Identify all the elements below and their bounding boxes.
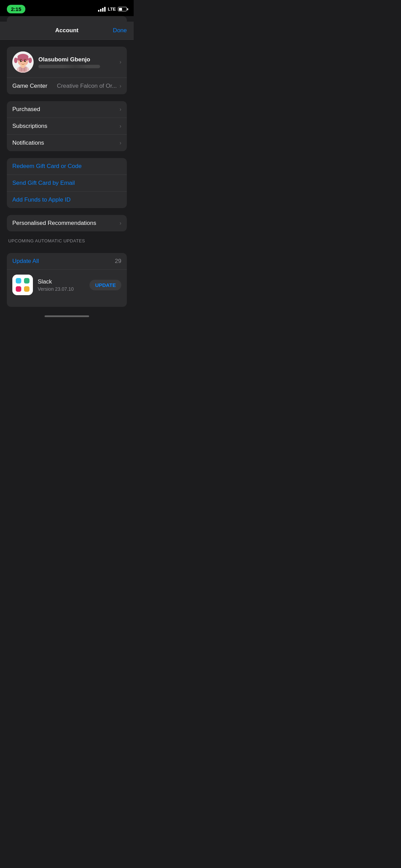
personalised-section: Personalised Recommendations › [7, 215, 127, 231]
svg-point-13 [21, 60, 22, 61]
svg-point-9 [14, 58, 17, 63]
status-right: LTE [98, 7, 127, 12]
redeem-gift-card-link[interactable]: Redeem Gift Card or Code [7, 158, 127, 175]
svg-point-15 [23, 62, 24, 63]
updates-section-header: UPCOMING AUTOMATIC UPDATES [7, 231, 127, 246]
svg-point-8 [17, 57, 29, 61]
svg-point-16 [18, 61, 21, 64]
slack-app-icon [12, 275, 33, 295]
network-type: LTE [108, 7, 116, 12]
gift-card-section: Redeem Gift Card or Code Send Gift Card … [7, 158, 127, 208]
svg-point-17 [25, 61, 28, 64]
personalised-chevron-icon: › [120, 220, 121, 226]
update-button[interactable]: UPDATE [89, 280, 121, 290]
game-center-label: Game Center [12, 83, 47, 89]
app-name: Slack [38, 278, 85, 285]
menu-section: Purchased › Subscriptions › Notification… [7, 101, 127, 151]
svg-rect-19 [16, 278, 21, 284]
svg-point-10 [28, 58, 32, 63]
game-center-value: Creative Falcon of Or... [57, 83, 117, 89]
home-bar [45, 315, 89, 317]
svg-rect-22 [24, 286, 29, 292]
profile-chevron-icon: › [120, 59, 121, 65]
subscriptions-chevron-icon: › [120, 123, 121, 129]
done-button[interactable]: Done [113, 27, 127, 34]
profile-name: Olasubomi Gbenjo [38, 56, 115, 63]
profile-row[interactable]: Olasubomi Gbenjo › [7, 47, 127, 78]
avatar [12, 51, 34, 73]
game-center-right: Creative Falcon of Or... › [57, 83, 121, 89]
profile-info: Olasubomi Gbenjo [38, 56, 115, 68]
status-time: 2:15 [7, 5, 25, 13]
status-bar: 2:15 LTE [0, 0, 134, 16]
notifications-chevron-icon: › [120, 140, 121, 146]
personalised-row[interactable]: Personalised Recommendations › [7, 215, 127, 231]
profile-email [38, 65, 100, 68]
nav-header: Account Done [0, 22, 134, 40]
svg-point-14 [25, 60, 26, 61]
update-all-label[interactable]: Update All [12, 258, 39, 265]
notifications-row[interactable]: Notifications › [7, 135, 127, 151]
purchased-label: Purchased [12, 106, 40, 113]
signal-icon [98, 7, 106, 12]
update-all-row[interactable]: Update All 29 [7, 253, 127, 270]
personalised-label: Personalised Recommendations [12, 220, 96, 227]
subscriptions-label: Subscriptions [12, 123, 47, 130]
profile-section: Olasubomi Gbenjo › Game Center Creative … [7, 47, 127, 94]
add-funds-link[interactable]: Add Funds to Apple ID [7, 192, 127, 208]
purchased-row[interactable]: Purchased › [7, 101, 127, 118]
app-version: Version 23.07.10 [38, 286, 85, 292]
purchased-chevron-icon: › [120, 106, 121, 112]
send-gift-card-link[interactable]: Send Gift Card by Email [7, 175, 127, 192]
content-area: Olasubomi Gbenjo › Game Center Creative … [0, 47, 134, 307]
battery-icon [118, 7, 127, 11]
subscriptions-row[interactable]: Subscriptions › [7, 118, 127, 135]
game-center-row[interactable]: Game Center Creative Falcon of Or... › [7, 78, 127, 94]
notifications-label: Notifications [12, 140, 44, 146]
slack-update-row: Slack Version 23.07.10 UPDATE [7, 270, 127, 300]
svg-rect-21 [16, 286, 21, 292]
svg-rect-18 [12, 275, 33, 295]
updates-section: Update All 29 Slack V [7, 253, 127, 307]
sheet-peek [7, 16, 127, 22]
app-info: Slack Version 23.07.10 [38, 278, 85, 292]
home-indicator [0, 310, 134, 322]
update-count: 29 [115, 258, 121, 265]
page-title: Account [55, 27, 78, 34]
svg-rect-20 [24, 278, 29, 284]
game-center-chevron-icon: › [120, 83, 121, 89]
